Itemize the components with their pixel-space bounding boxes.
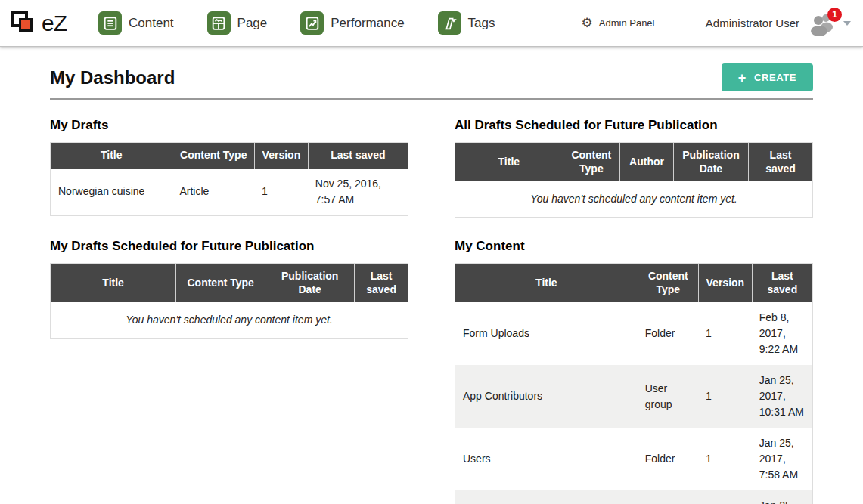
table-cell: Article	[172, 169, 254, 215]
table-cell: Form Uploads	[455, 302, 638, 365]
table-cell: Jan 25, 2017, 10:31 AM	[752, 365, 812, 428]
section-all-drafts-scheduled: All Drafts Scheduled for Future Publicat…	[455, 118, 813, 218]
all-drafts-scheduled-table: TitleContent TypeAuthorPublication DateL…	[455, 142, 813, 218]
table-cell: Folder	[638, 428, 698, 490]
my-drafts-table: TitleContent TypeVersionLast savedNorweg…	[50, 142, 408, 216]
section-heading: My Content	[455, 239, 813, 254]
table-cell: Folder	[638, 490, 698, 504]
page-title: My Dashboard	[50, 67, 175, 88]
tags-icon	[438, 11, 461, 35]
dashboard-main: My Dashboard + CREATE My Drafts TitleCon…	[0, 63, 863, 504]
table-row[interactable]: AppFolder1Jan 25, 2017, 7:55 AM	[455, 490, 812, 504]
table-cell: Users	[455, 428, 638, 490]
table-cell: Jan 25, 2017, 7:58 AM	[752, 428, 812, 490]
gear-icon: ⚙	[582, 17, 593, 29]
nav-item-performance[interactable]: Performance	[300, 11, 404, 35]
column-header: Title	[455, 264, 638, 302]
table-cell: 1	[698, 365, 752, 428]
column-header: Last saved	[354, 264, 408, 302]
nav-item-content[interactable]: Content	[98, 11, 174, 35]
nav-item-page[interactable]: Page	[207, 11, 268, 35]
table-cell: User group	[638, 365, 698, 428]
table-cell: 1	[698, 428, 752, 490]
column-header: Title	[51, 143, 172, 169]
performance-icon	[300, 11, 324, 35]
table-cell: Feb 8, 2017, 9:22 AM	[752, 302, 812, 365]
table-row[interactable]: UsersFolder1Jan 25, 2017, 7:58 AM	[455, 428, 812, 490]
column-header: Author	[619, 143, 673, 181]
empty-message: You haven't scheduled any content item y…	[51, 302, 408, 338]
table-header-row: TitleContent TypeVersionLast saved	[455, 264, 812, 302]
dashboard-grid: My Drafts TitleContent TypeVersionLast s…	[50, 118, 813, 504]
nav-label-tags: Tags	[468, 16, 495, 31]
main-nav: Content Page Performance	[98, 11, 529, 35]
table-cell: App	[455, 490, 638, 504]
table-cell: Jan 25, 2017, 7:55 AM	[752, 490, 812, 504]
table-header-row: TitleContent TypePublication DateLast sa…	[51, 264, 408, 302]
content-icon	[98, 11, 122, 35]
empty-row: You haven't scheduled any content item y…	[455, 181, 812, 217]
admin-panel-label: Admin Panel	[599, 17, 655, 29]
notification-badge[interactable]: 1	[827, 8, 842, 22]
table-cell: Folder	[638, 302, 698, 365]
ez-logo-text: eZ	[42, 11, 67, 36]
nav-label-content: Content	[129, 16, 174, 31]
table-cell: App Contributors	[455, 365, 638, 428]
create-button[interactable]: + CREATE	[722, 63, 813, 91]
table-row[interactable]: Form UploadsFolder1Feb 8, 2017, 9:22 AM	[455, 302, 812, 365]
table-cell: 1	[698, 490, 752, 504]
my-content-table: TitleContent TypeVersionLast savedForm U…	[455, 263, 813, 504]
user-menu[interactable]: Administrator User 1	[706, 11, 851, 36]
chevron-down-icon[interactable]	[843, 21, 851, 26]
table-cell: 1	[254, 169, 308, 215]
create-button-label: CREATE	[754, 72, 796, 83]
page-header: My Dashboard + CREATE	[50, 63, 813, 100]
section-heading: My Drafts Scheduled for Future Publicati…	[50, 239, 408, 254]
section-heading: My Drafts	[50, 118, 408, 133]
table-cell: Norwegian cuisine	[51, 169, 172, 215]
top-bar: eZ Content Pag	[0, 0, 863, 47]
column-header: Content Type	[175, 264, 265, 302]
column-header: Content Type	[172, 143, 254, 169]
column-header: Title	[51, 264, 175, 302]
section-my-drafts-scheduled: My Drafts Scheduled for Future Publicati…	[50, 239, 408, 504]
admin-panel-menu[interactable]: ⚙ Admin Panel	[582, 17, 655, 29]
ez-logo[interactable]: eZ	[11, 9, 67, 37]
section-heading: All Drafts Scheduled for Future Publicat…	[455, 118, 813, 133]
column-header: Version	[254, 143, 308, 169]
user-name: Administrator User	[706, 17, 799, 29]
nav-label-page: Page	[237, 16, 268, 31]
column-header: Version	[698, 264, 752, 302]
table-header-row: TitleContent TypeVersionLast saved	[51, 143, 408, 169]
avatar[interactable]: 1	[809, 11, 836, 36]
column-header: Publication Date	[265, 264, 354, 302]
column-header: Title	[455, 143, 563, 181]
empty-row: You haven't scheduled any content item y…	[51, 302, 408, 338]
section-my-drafts: My Drafts TitleContent TypeVersionLast s…	[50, 118, 408, 218]
nav-item-tags[interactable]: Tags	[438, 11, 495, 35]
column-header: Last saved	[752, 264, 812, 302]
my-drafts-scheduled-table: TitleContent TypePublication DateLast sa…	[50, 263, 408, 339]
empty-message: You haven't scheduled any content item y…	[455, 181, 812, 217]
table-row[interactable]: Norwegian cuisineArticle1Nov 25, 2016, 7…	[51, 169, 408, 215]
table-cell: Nov 25, 2016, 7:57 AM	[308, 169, 408, 215]
table-cell: 1	[698, 302, 752, 365]
column-header: Content Type	[638, 264, 698, 302]
column-header: Publication Date	[673, 143, 748, 181]
column-header: Last saved	[308, 143, 408, 169]
nav-label-performance: Performance	[331, 16, 404, 31]
table-row[interactable]: App ContributorsUser group1Jan 25, 2017,…	[455, 365, 812, 428]
column-header: Content Type	[563, 143, 620, 181]
table-header-row: TitleContent TypeAuthorPublication DateL…	[455, 143, 812, 181]
plus-icon: +	[738, 73, 747, 82]
column-header: Last saved	[748, 143, 812, 181]
ez-logo-icon	[11, 9, 39, 37]
page-icon	[207, 11, 231, 35]
section-my-content: My Content TitleContent TypeVersionLast …	[455, 239, 813, 504]
